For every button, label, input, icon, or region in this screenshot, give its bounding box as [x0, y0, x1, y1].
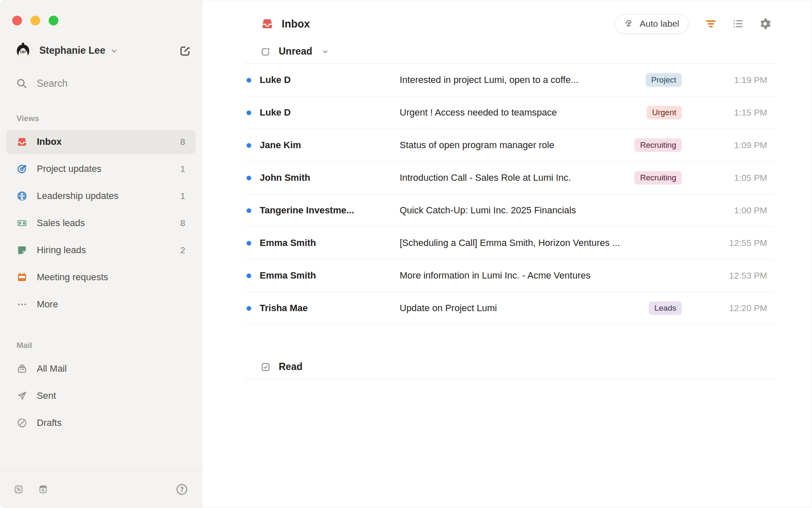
calendar-app-icon[interactable]: 6	[38, 484, 48, 494]
unread-dot	[247, 273, 251, 278]
email-sender: Emma Smith	[260, 237, 400, 248]
sent-icon	[16, 390, 27, 401]
email-subject: More information in Lumi Inc. - Acme Ven…	[400, 270, 720, 281]
avatar	[14, 41, 32, 60]
email-list: Unread Luke D Interested in project Lumi…	[244, 35, 775, 379]
svg-text:N: N	[16, 486, 21, 493]
unread-count-badge: 8	[180, 218, 185, 228]
email-row[interactable]: Emma Smith [Scheduling a Call] Emma Smit…	[244, 227, 775, 260]
inbox-icon	[16, 136, 27, 147]
unread-count-badge: 8	[180, 137, 185, 147]
target-icon	[16, 163, 27, 174]
sidebar: Stephanie Lee Search Views Inbox 8 Proje…	[0, 0, 202, 508]
all-mail-icon	[16, 363, 27, 374]
sidebar-item-inbox[interactable]: Inbox 8	[6, 130, 195, 154]
email-time: 1:05 PM	[720, 173, 767, 183]
sidebar-item-drafts[interactable]: Drafts	[6, 411, 195, 435]
email-subject: Quick Catch-Up: Lumi Inc. 2025 Financial…	[400, 205, 720, 216]
list-view-icon[interactable]	[732, 17, 744, 30]
email-time: 1:19 PM	[720, 75, 767, 85]
ellipsis-icon	[16, 299, 27, 310]
email-row[interactable]: Jane Kim Status of open program manager …	[244, 129, 775, 162]
read-group-header[interactable]: Read	[244, 361, 775, 379]
label-tag: Recruiting	[634, 138, 682, 152]
email-subject: [Scheduling a Call] Emma Smith, Horizon …	[400, 237, 720, 248]
close-window-button[interactable]	[12, 16, 22, 25]
main-header: Inbox Auto label	[202, 0, 812, 35]
email-sender: Luke D	[260, 75, 400, 86]
unread-count-badge: 2	[180, 245, 185, 255]
zoom-window-button[interactable]	[49, 16, 58, 25]
toolbar: Auto label	[614, 14, 771, 34]
section-label-views: Views	[16, 114, 202, 123]
calendar-icon	[16, 272, 27, 283]
window-controls	[0, 0, 202, 25]
unread-dot	[247, 143, 251, 148]
person-icon	[16, 190, 27, 202]
sidebar-item-project-updates[interactable]: Project updates 1	[6, 157, 195, 181]
search-label: Search	[37, 78, 68, 89]
svg-text:6: 6	[42, 488, 45, 492]
sidebar-item-meeting-requests[interactable]: Meeting requests	[6, 265, 195, 289]
email-sender: Jane Kim	[260, 140, 400, 151]
unread-dot	[247, 110, 251, 115]
unread-dot	[247, 176, 251, 180]
email-time: 1:09 PM	[720, 140, 767, 150]
page-title: Inbox	[282, 18, 310, 30]
email-time: 12:55 PM	[720, 238, 767, 248]
read-group-title: Read	[279, 361, 302, 373]
label-tag: Recruiting	[634, 171, 682, 185]
auto-label-button[interactable]: Auto label	[614, 14, 689, 34]
unread-group-header[interactable]: Unread	[244, 46, 775, 64]
chevron-down-icon[interactable]	[321, 48, 329, 55]
unread-dot	[247, 78, 251, 83]
section-label-mail: Mail	[16, 341, 202, 350]
unread-dot	[247, 306, 251, 311]
sidebar-item-leadership-updates[interactable]: Leadership updates 1	[6, 184, 195, 208]
unread-count-badge: 1	[180, 191, 185, 201]
email-subject: Interested in project Lumi, open to a co…	[400, 75, 646, 86]
notion-app-icon[interactable]: N	[14, 484, 24, 494]
note-icon	[16, 245, 27, 256]
unread-count-badge: 1	[180, 164, 185, 174]
account-switcher[interactable]: Stephanie Lee	[14, 41, 192, 60]
email-time: 1:15 PM	[720, 108, 767, 118]
email-row[interactable]: Tangerine Investme... Quick Catch-Up: Lu…	[244, 194, 775, 227]
unread-dot	[247, 241, 251, 246]
email-subject: Urgent ! Access needed to teamspace	[400, 107, 647, 118]
email-row[interactable]: John Smith Introduction Call - Sales Rol…	[244, 162, 775, 194]
sidebar-item-hiring-leads[interactable]: Hiring leads 2	[6, 238, 195, 262]
email-subject: Introduction Call - Sales Role at Lumi I…	[400, 172, 634, 183]
sidebar-item-sales-leads[interactable]: Sales leads 8	[6, 211, 195, 235]
auto-label-text: Auto label	[640, 19, 679, 29]
unread-square-icon	[260, 46, 271, 57]
sidebar-item-sent[interactable]: Sent	[6, 384, 195, 408]
sidebar-item-more[interactable]: More	[6, 293, 195, 316]
email-row[interactable]: Luke D Interested in project Lumi, open …	[244, 64, 775, 97]
auto-label-icon	[624, 18, 635, 29]
email-row[interactable]: Emma Smith More information in Lumi Inc.…	[244, 260, 775, 292]
chevron-down-icon	[110, 47, 118, 55]
email-subject: Update on Project Lumi	[400, 303, 649, 314]
app-window: Stephanie Lee Search Views Inbox 8 Proje…	[0, 0, 812, 508]
inbox-icon	[261, 17, 274, 30]
label-tag: Urgent	[647, 106, 682, 119]
email-row[interactable]: Trisha Mae Update on Project Lumi Leads …	[244, 292, 775, 325]
email-sender: Tangerine Investme...	[260, 205, 400, 216]
unread-group-title: Unread	[279, 46, 312, 57]
read-checkbox-icon[interactable]	[260, 362, 271, 373]
settings-gear-icon[interactable]	[759, 17, 771, 30]
email-row[interactable]: Luke D Urgent ! Access needed to teamspa…	[244, 97, 775, 129]
email-subject: Status of open program manager role	[400, 140, 634, 151]
search-button[interactable]: Search	[16, 77, 192, 89]
search-icon	[16, 77, 27, 89]
compose-button[interactable]	[179, 44, 192, 57]
help-icon[interactable]: ?	[176, 483, 188, 496]
email-sender: Luke D	[260, 107, 400, 118]
email-sender: John Smith	[260, 172, 400, 183]
minimize-window-button[interactable]	[30, 16, 40, 25]
unread-dot	[247, 208, 251, 213]
cash-icon	[16, 218, 27, 229]
filter-icon[interactable]	[705, 17, 717, 30]
sidebar-item-all-mail[interactable]: All Mail	[6, 357, 195, 381]
